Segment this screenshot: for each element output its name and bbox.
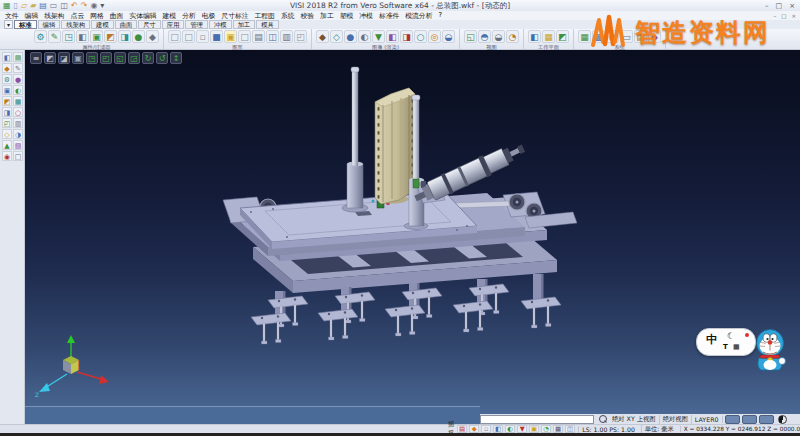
view-2-icon[interactable]: ◓ xyxy=(478,30,491,43)
menu-item-6[interactable]: 曲面 xyxy=(110,11,124,21)
render-5-icon[interactable]: ▼ xyxy=(372,30,385,43)
render-7-icon[interactable]: ◨ xyxy=(400,30,413,43)
menu-item-19[interactable]: 模流分析 xyxy=(405,11,432,21)
side-3-icon[interactable]: ◆ xyxy=(2,63,12,73)
side-7-icon[interactable]: ▣ xyxy=(2,85,12,95)
ime-grid-icon[interactable]: ▦ xyxy=(733,343,740,351)
side-11-icon[interactable]: ◨ xyxy=(2,107,12,117)
viewbar-shade-icon[interactable]: ◩ xyxy=(44,52,56,64)
menu-item-3[interactable]: 线架构 xyxy=(44,11,64,21)
tab-7[interactable]: 应用 xyxy=(162,20,185,29)
status-grid-icon[interactable]: ▦ xyxy=(553,425,563,433)
menu-item-8[interactable]: 建模 xyxy=(163,11,177,21)
menu-item-18[interactable]: 标准件 xyxy=(379,11,399,21)
status-orange-icon[interactable]: ◆ xyxy=(469,425,479,433)
mdi-minimize-button[interactable]: – xyxy=(773,13,776,19)
open-file-icon[interactable]: ▱ xyxy=(21,1,27,11)
menu-item-17[interactable]: 冲模 xyxy=(359,11,373,21)
menu-item-13[interactable]: 系统 xyxy=(281,11,295,21)
attr-mask-icon[interactable]: ◩ xyxy=(104,30,117,43)
attr-swap-icon[interactable]: ◨ xyxy=(118,30,131,43)
viewbar-box-icon[interactable]: ▣ xyxy=(72,52,84,64)
graphic-10-icon[interactable]: ◰ xyxy=(294,30,307,43)
side-17-icon[interactable]: ▲ xyxy=(2,140,12,150)
render-6-icon[interactable]: ◧ xyxy=(386,30,399,43)
side-10-icon[interactable]: ▦ xyxy=(13,96,23,106)
render-4-icon[interactable]: ◐ xyxy=(358,30,371,43)
tab-5[interactable]: 曲面 xyxy=(115,20,138,29)
attr-select-icon[interactable]: ▣ xyxy=(90,30,103,43)
menu-item-16[interactable]: 塑模 xyxy=(340,11,354,21)
ime-pill[interactable]: 中 ☾ T ▦ xyxy=(696,328,756,356)
viewbar-wireframe-icon[interactable]: ◪ xyxy=(58,52,70,64)
render-9-icon[interactable]: ◎ xyxy=(428,30,441,43)
new-file-icon[interactable]: ▯ xyxy=(14,1,18,11)
graphic-4-icon[interactable]: ■ xyxy=(210,30,223,43)
side-15-icon[interactable]: ◇ xyxy=(2,129,12,139)
layer-color-swatch-1[interactable] xyxy=(725,415,740,424)
menu-item-9[interactable]: 分析 xyxy=(182,11,196,21)
graphic-1-icon[interactable]: □ xyxy=(168,30,181,43)
side-2-icon[interactable]: ▤ xyxy=(13,52,23,62)
side-19-icon[interactable]: ◉ xyxy=(2,151,12,161)
status-pin-icon[interactable]: ▼ xyxy=(517,425,527,433)
command-input[interactable] xyxy=(480,415,594,424)
tab-10[interactable]: 加工 xyxy=(233,20,256,29)
menu-item-11[interactable]: 尺寸标注 xyxy=(221,11,248,21)
render-8-icon[interactable]: ○ xyxy=(414,30,427,43)
layer-color-swatch-2[interactable] xyxy=(742,415,757,424)
status-copy-icon[interactable]: ◫ xyxy=(565,425,575,433)
render-sphere-icon[interactable] xyxy=(778,415,787,424)
menu-item-1[interactable]: 文件 xyxy=(5,11,19,21)
attr-layer-icon[interactable]: ◧ xyxy=(76,30,89,43)
render-10-icon[interactable]: ◒ xyxy=(442,30,455,43)
viewbar-rotate-cw-icon[interactable]: ↻ xyxy=(142,52,154,64)
status-plane-icon[interactable]: ◧ xyxy=(493,425,503,433)
render-3-icon[interactable]: ● xyxy=(344,30,357,43)
render-2-icon[interactable]: ◇ xyxy=(330,30,343,43)
graphic-8-icon[interactable]: ◫ xyxy=(266,30,279,43)
command-prompt-bar[interactable] xyxy=(25,406,480,425)
redo-icon[interactable]: ↷ xyxy=(81,1,88,11)
capture-icon[interactable]: ◉ xyxy=(90,1,97,11)
copy-view-icon[interactable]: ◫ xyxy=(60,1,68,11)
graphic-7-icon[interactable]: ▤ xyxy=(252,30,265,43)
status-redline-icon[interactable]: ▤ xyxy=(457,425,467,433)
view-reference-indicator[interactable]: 绝对视图 xyxy=(660,415,692,424)
menu-item-14[interactable]: 校验 xyxy=(301,11,315,21)
status-shade-icon[interactable]: ◐ xyxy=(505,425,515,433)
mdi-close-button[interactable]: × xyxy=(791,13,796,19)
magnifier-icon[interactable] xyxy=(599,415,607,423)
ime-tool-icon[interactable]: T xyxy=(723,343,728,351)
viewport-canvas[interactable]: ≡◩◪▣◳◰◱◲↻↺↕ xyxy=(25,50,800,424)
tab-6[interactable]: 尺寸 xyxy=(138,20,161,29)
restore-button[interactable]: □ xyxy=(776,2,783,10)
viewbar-front-icon[interactable]: ◰ xyxy=(100,52,112,64)
render-1-icon[interactable]: ◆ xyxy=(316,30,329,43)
attr-point-icon[interactable]: ● xyxy=(132,30,145,43)
workplane-1-icon[interactable]: ◧ xyxy=(528,30,541,43)
tab-2[interactable]: 编辑 xyxy=(38,20,61,29)
view-mode-indicator[interactable]: 绝对 XY 上视图 xyxy=(609,415,660,424)
tab-4[interactable]: 建模 xyxy=(91,20,114,29)
viewbar-fit-icon[interactable]: ↕ xyxy=(170,52,182,64)
attr-solid-icon[interactable]: ◆ xyxy=(146,30,159,43)
open-recent-icon[interactable]: ▰ xyxy=(30,1,36,11)
tab-9[interactable]: 冲模 xyxy=(209,20,232,29)
graphic-2-icon[interactable]: □ xyxy=(182,30,195,43)
layer-indicator[interactable]: LAYER0 xyxy=(692,416,723,423)
attr-edit-icon[interactable]: ✎ xyxy=(48,30,61,43)
workplane-3-icon[interactable]: ◩ xyxy=(556,30,569,43)
ime-bar[interactable]: 中 ☾ T ▦ xyxy=(696,328,790,372)
side-4-icon[interactable]: ✎ xyxy=(13,63,23,73)
side-9-icon[interactable]: ◩ xyxy=(2,96,12,106)
side-6-icon[interactable]: ● xyxy=(13,74,23,84)
tab-11[interactable]: 模具 xyxy=(256,20,279,29)
minimize-button[interactable]: – xyxy=(765,2,769,10)
viewbar-menu-icon[interactable]: ≡ xyxy=(30,52,42,64)
tab-8[interactable]: 管理 xyxy=(185,20,208,29)
ime-lang-indicator[interactable]: 中 xyxy=(706,332,717,347)
graphic-5-icon[interactable]: ▣ xyxy=(224,30,237,43)
menu-item-15[interactable]: 加工 xyxy=(320,11,334,21)
workplane-2-icon[interactable]: ▦ xyxy=(542,30,555,43)
